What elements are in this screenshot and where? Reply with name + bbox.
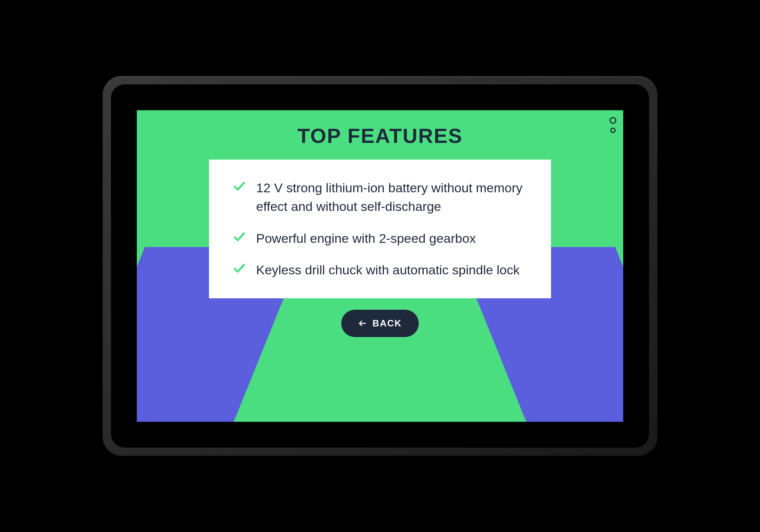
- arrow-left-icon: [358, 319, 367, 328]
- check-icon: [232, 179, 247, 194]
- camera-indicator: [610, 117, 616, 133]
- camera-dot-icon: [610, 117, 616, 124]
- device-frame: TOP FEATURES 12 V strong lithium-ion bat…: [103, 76, 657, 456]
- check-icon: [232, 261, 247, 276]
- camera-dot-icon: [610, 128, 616, 133]
- screen: TOP FEATURES 12 V strong lithium-ion bat…: [137, 110, 623, 422]
- feature-text: 12 V strong lithium-ion battery without …: [256, 179, 528, 216]
- feature-text: Powerful engine with 2-speed gearbox: [256, 229, 476, 248]
- feature-item: Keyless drill chuck with automatic spind…: [232, 261, 528, 279]
- back-button-label: BACK: [372, 318, 402, 329]
- feature-text: Keyless drill chuck with automatic spind…: [256, 261, 520, 279]
- device-inner: TOP FEATURES 12 V strong lithium-ion bat…: [111, 84, 649, 448]
- feature-item: 12 V strong lithium-ion battery without …: [232, 179, 528, 216]
- check-icon: [232, 229, 247, 244]
- feature-item: Powerful engine with 2-speed gearbox: [232, 229, 528, 248]
- page-title: TOP FEATURES: [297, 124, 462, 147]
- back-button[interactable]: BACK: [341, 310, 418, 337]
- features-card: 12 V strong lithium-ion battery without …: [209, 160, 551, 298]
